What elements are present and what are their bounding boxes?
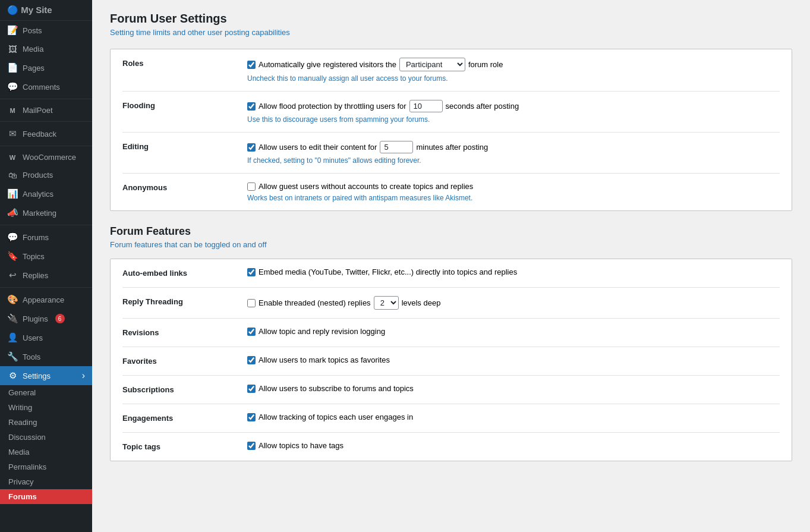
revisions-checkbox[interactable]: [247, 328, 256, 336]
submenu-label: General: [8, 388, 36, 397]
favorites-text: Allow users to mark topics as favorites: [259, 355, 390, 364]
editing-post-text: minutes after posting: [416, 143, 488, 152]
editing-checkbox[interactable]: [247, 143, 256, 152]
favorites-row: Favorites Allow users to mark topics as …: [122, 347, 780, 376]
editing-label: Editing: [122, 133, 247, 174]
anonymous-checkbox[interactable]: [247, 182, 256, 191]
submenu-label: Discussion: [8, 433, 46, 442]
sidebar: 🔵 My Site 📝 Posts 🖼 Media 📄 Pages 💬 Comm…: [0, 0, 92, 532]
roles-checkbox[interactable]: [247, 61, 256, 69]
submenu-item-discussion[interactable]: Discussion: [0, 430, 92, 445]
auto-embed-row: Auto-embed links Embed media (YouTube, T…: [122, 259, 780, 288]
anonymous-row: Anonymous Allow guest users without acco…: [122, 174, 780, 211]
sidebar-item-feedback[interactable]: ✉ Feedback: [0, 124, 92, 143]
roles-select[interactable]: Participant Moderator Administrator Subs…: [399, 58, 465, 71]
sidebar-item-users[interactable]: 👤 Users: [0, 328, 92, 347]
feedback-icon: ✉: [7, 128, 18, 139]
auto-embed-text: Embed media (YouTube, Twitter, Flickr, e…: [259, 267, 517, 276]
sidebar-item-media[interactable]: 🖼 Media: [0, 40, 92, 58]
editing-value: Allow users to edit their content for mi…: [247, 133, 780, 174]
submenu-label: Reading: [8, 418, 37, 427]
sidebar-item-tools[interactable]: 🔧 Tools: [0, 347, 92, 366]
sidebar-item-posts[interactable]: 📝 Posts: [0, 21, 92, 40]
submenu-label: Writing: [8, 403, 32, 412]
flooding-label: Flooding: [122, 92, 247, 133]
sidebar-item-label: Comments: [23, 83, 60, 92]
anonymous-value: Allow guest users without accounts to cr…: [247, 174, 780, 211]
sidebar-item-label: Pages: [23, 64, 45, 73]
revisions-label: Revisions: [122, 319, 247, 347]
flooding-checkbox[interactable]: [247, 102, 256, 111]
sidebar-item-products[interactable]: 🛍 Products: [0, 166, 92, 184]
user-settings-table: Roles Automatically give registered visi…: [122, 49, 780, 210]
sidebar-item-appearance[interactable]: 🎨 Appearance: [0, 290, 92, 309]
submenu-item-general[interactable]: General: [0, 385, 92, 400]
sidebar-item-label: Plugins: [23, 314, 48, 323]
sidebar-item-analytics[interactable]: 📊 Analytics: [0, 184, 92, 203]
flooding-post-text: seconds after posting: [446, 102, 519, 111]
flooding-input[interactable]: [409, 100, 443, 112]
sidebar-item-woocommerce[interactable]: W WooCommerce: [0, 149, 92, 166]
topic-tags-row: Topic tags Allow topics to have tags: [122, 433, 780, 461]
topic-tags-label: Topic tags: [122, 433, 247, 461]
sidebar-item-topics[interactable]: 🔖 Topics: [0, 247, 92, 266]
sidebar-item-settings[interactable]: ⚙ Settings ›: [0, 366, 92, 385]
plugins-badge: 6: [55, 314, 65, 323]
sidebar-item-forums[interactable]: 💬 Forums: [0, 228, 92, 247]
sidebar-item-label: Replies: [23, 271, 48, 280]
sidebar-item-marketing[interactable]: 📣 Marketing: [0, 203, 92, 222]
anonymous-label: Anonymous: [122, 174, 247, 211]
settings-expand-icon: ›: [82, 370, 85, 381]
sidebar-item-mailpoet[interactable]: M MailPoet: [0, 102, 92, 119]
reply-threading-checkbox[interactable]: [247, 299, 256, 307]
engagements-row: Engagements Allow tracking of topics eac…: [122, 404, 780, 433]
roles-help-text: Uncheck this to manually assign all user…: [247, 74, 780, 83]
anonymous-text: Allow guest users without accounts to cr…: [259, 182, 473, 191]
engagements-checkbox[interactable]: [247, 413, 256, 421]
topic-tags-value: Allow topics to have tags: [247, 433, 780, 461]
products-icon: 🛍: [7, 170, 18, 180]
comments-icon: 💬: [7, 81, 18, 92]
submenu-item-privacy[interactable]: Privacy: [0, 474, 92, 489]
sidebar-item-label: Posts: [23, 26, 42, 35]
features-title: Forum Features: [110, 225, 792, 238]
engagements-value: Allow tracking of topics each user engag…: [247, 404, 780, 433]
mailpoet-icon: M: [7, 107, 18, 114]
auto-embed-checkbox[interactable]: [247, 268, 256, 276]
editing-pre-text: Allow users to edit their content for: [259, 143, 377, 152]
sidebar-item-label: Tools: [23, 352, 40, 361]
sidebar-item-replies[interactable]: ↩ Replies: [0, 266, 92, 285]
submenu-label: Media: [8, 448, 29, 457]
favorites-checkbox[interactable]: [247, 356, 256, 364]
topic-tags-checkbox[interactable]: [247, 442, 256, 450]
subscriptions-checkbox[interactable]: [247, 385, 256, 393]
submenu-item-reading[interactable]: Reading: [0, 415, 92, 430]
marketing-icon: 📣: [7, 207, 18, 218]
main-content: Forum User Settings Setting time limits …: [92, 0, 810, 532]
subscriptions-text: Allow users to subscribe to forums and t…: [259, 384, 414, 393]
sidebar-item-comments[interactable]: 💬 Comments: [0, 77, 92, 96]
roles-row: Roles Automatically give registered visi…: [122, 49, 780, 92]
reply-threading-value: Enable threaded (nested) replies 23456 l…: [247, 288, 780, 319]
users-icon: 👤: [7, 332, 18, 343]
sidebar-item-label: Settings: [23, 372, 51, 380]
sidebar-item-pages[interactable]: 📄 Pages: [0, 58, 92, 77]
engagements-text: Allow tracking of topics each user engag…: [259, 413, 413, 421]
subscriptions-row: Subscriptions Allow users to subscribe t…: [122, 376, 780, 404]
submenu-label: Permalinks: [8, 462, 46, 471]
submenu-label: Privacy: [8, 477, 34, 486]
anonymous-help-text: Works best on intranets or paired with a…: [247, 194, 780, 202]
sidebar-logo: 🔵 My Site: [0, 0, 92, 21]
features-box: Auto-embed links Embed media (YouTube, T…: [110, 259, 792, 461]
reply-threading-select[interactable]: 23456: [374, 296, 399, 310]
submenu-item-writing[interactable]: Writing: [0, 400, 92, 415]
submenu-item-permalinks[interactable]: Permalinks: [0, 459, 92, 474]
roles-pre-text: Automatically give registered visitors t…: [259, 60, 396, 69]
sidebar-item-plugins[interactable]: 🔌 Plugins 6: [0, 309, 92, 328]
editing-input[interactable]: [380, 141, 413, 153]
revisions-row: Revisions Allow topic and reply revision…: [122, 319, 780, 347]
roles-post-text: forum role: [468, 60, 503, 69]
flooding-row: Flooding Allow flood protection by throt…: [122, 92, 780, 133]
submenu-item-media[interactable]: Media: [0, 445, 92, 459]
submenu-item-forums[interactable]: Forums: [0, 489, 92, 504]
